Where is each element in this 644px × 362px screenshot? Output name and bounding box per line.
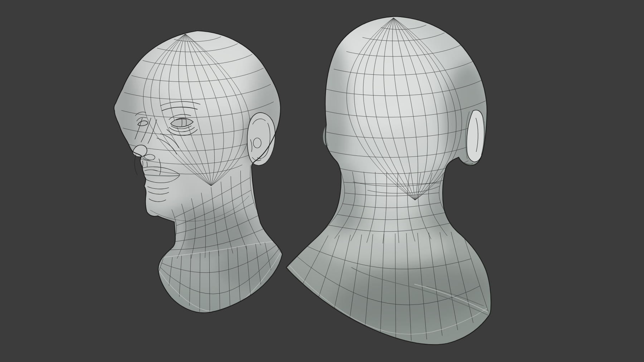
viewport-background [0, 0, 644, 362]
viewport-3d [0, 0, 644, 362]
